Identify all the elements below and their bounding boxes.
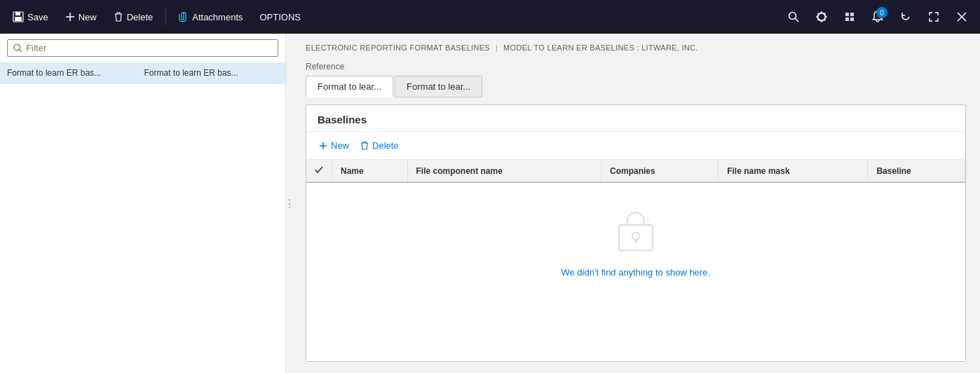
- svg-point-20: [643, 220, 645, 222]
- check-icon: [315, 165, 323, 174]
- title-bar: Save New Delete Attachments OPTIONS: [0, 0, 980, 34]
- new-small-icon: [319, 142, 327, 150]
- save-label: Save: [27, 12, 48, 22]
- resize-handle[interactable]: ⋮: [286, 34, 292, 373]
- delete-small-icon: [360, 141, 369, 151]
- reference-tab-1-label: Format to lear...: [407, 81, 470, 92]
- diamond-icon-btn[interactable]: [809, 4, 834, 29]
- options-label: OPTIONS: [260, 12, 301, 22]
- notification-btn[interactable]: 0: [865, 4, 890, 29]
- delete-label: Delete: [127, 12, 154, 22]
- filter-box[interactable]: [7, 39, 278, 57]
- reference-label: Reference: [306, 62, 966, 72]
- left-panel: Format to learn ER bas... Format to lear…: [0, 34, 286, 373]
- svg-point-23: [648, 220, 649, 222]
- reference-tab-1[interactable]: Format to lear...: [395, 76, 482, 97]
- baselines-new-label: New: [331, 140, 349, 151]
- breadcrumb: ELECTRONIC REPORTING FORMAT BASELINES | …: [292, 34, 980, 59]
- refresh-btn[interactable]: [893, 4, 918, 29]
- notification-badge: 0: [876, 7, 887, 18]
- reference-tabs: Format to lear... Format to lear...: [306, 76, 966, 97]
- svg-rect-10: [850, 18, 854, 21]
- list-item[interactable]: Format to learn ER bas... Format to lear…: [0, 62, 285, 84]
- search-icon: [788, 11, 799, 22]
- col-file-mask[interactable]: File name mask: [719, 160, 868, 182]
- toolbar-divider: [165, 8, 166, 25]
- svg-point-21: [646, 217, 648, 219]
- options-button[interactable]: OPTIONS: [253, 8, 308, 27]
- list-item-col1: Format to learn ER bas...: [7, 68, 142, 78]
- reference-section: Reference Format to lear... Format to le…: [292, 59, 980, 104]
- svg-line-14: [20, 50, 22, 52]
- svg-point-22: [642, 217, 644, 219]
- col-check: [306, 160, 332, 182]
- empty-state-icon: [613, 211, 658, 256]
- content-area: Baselines New Delete: [306, 104, 966, 362]
- main-layout: Format to learn ER bas... Format to lear…: [0, 34, 980, 373]
- attachments-button[interactable]: Attachments: [172, 7, 250, 27]
- table-header-row: Name File component name Companies File …: [306, 160, 965, 182]
- office-icon-btn[interactable]: [837, 4, 862, 29]
- close-btn[interactable]: [949, 4, 974, 29]
- filter-search-icon: [13, 43, 22, 53]
- svg-rect-2: [15, 17, 22, 21]
- col-baseline[interactable]: Baseline: [868, 160, 965, 182]
- expand-icon: [929, 12, 939, 22]
- delete-button[interactable]: Delete: [107, 7, 161, 27]
- reference-tab-0-label: Format to lear...: [318, 81, 381, 92]
- empty-state-row: We didn't find anything to show here.: [306, 182, 965, 306]
- svg-line-6: [796, 19, 799, 22]
- new-label: New: [79, 12, 97, 22]
- empty-state: We didn't find anything to show here.: [306, 183, 965, 306]
- empty-message: We didn't find anything to show here.: [561, 267, 710, 278]
- breadcrumb-part2: MODEL TO LEARN ER BASELINES : LITWARE, I…: [503, 43, 698, 52]
- attachments-icon: [179, 11, 189, 22]
- svg-rect-7: [845, 13, 849, 16]
- filter-input[interactable]: [26, 43, 272, 53]
- svg-rect-8: [850, 13, 854, 16]
- col-companies[interactable]: Companies: [601, 160, 719, 182]
- list-items: Format to learn ER bas... Format to lear…: [0, 62, 285, 84]
- breadcrumb-separator: |: [496, 43, 498, 52]
- baselines-delete-button[interactable]: Delete: [359, 137, 400, 154]
- svg-point-13: [14, 44, 20, 50]
- baselines-table: Name File component name Companies File …: [306, 160, 965, 306]
- save-icon: [13, 11, 24, 22]
- search-icon-btn[interactable]: [781, 4, 806, 29]
- title-bar-right: 0: [781, 4, 974, 29]
- svg-point-5: [789, 13, 796, 20]
- save-button[interactable]: Save: [6, 7, 55, 27]
- right-panel: ELECTRONIC REPORTING FORMAT BASELINES | …: [292, 34, 980, 373]
- content-header: Baselines: [306, 105, 965, 132]
- list-item-col2: Format to learn ER bas...: [144, 68, 279, 78]
- office-icon: [844, 11, 855, 22]
- svg-rect-17: [619, 225, 653, 250]
- diamond-icon: [816, 11, 827, 22]
- svg-rect-9: [845, 18, 849, 21]
- col-file-component[interactable]: File component name: [407, 160, 601, 182]
- baselines-delete-label: Delete: [372, 140, 399, 151]
- baselines-new-button[interactable]: New: [318, 137, 351, 154]
- new-plus-icon: [65, 12, 75, 22]
- attachments-label: Attachments: [192, 12, 243, 22]
- svg-point-24: [644, 223, 645, 224]
- new-button[interactable]: New: [58, 8, 104, 27]
- svg-rect-1: [15, 12, 20, 15]
- close-icon: [957, 12, 967, 22]
- refresh-icon: [900, 11, 911, 22]
- baselines-toolbar: New Delete: [306, 132, 965, 160]
- col-name[interactable]: Name: [332, 160, 408, 182]
- expand-btn[interactable]: [921, 4, 946, 29]
- breadcrumb-part1: ELECTRONIC REPORTING FORMAT BASELINES: [306, 43, 490, 52]
- reference-tab-0[interactable]: Format to lear...: [306, 76, 393, 97]
- table-container: Name File component name Companies File …: [306, 160, 965, 361]
- delete-icon: [114, 11, 123, 22]
- svg-point-18: [632, 233, 639, 240]
